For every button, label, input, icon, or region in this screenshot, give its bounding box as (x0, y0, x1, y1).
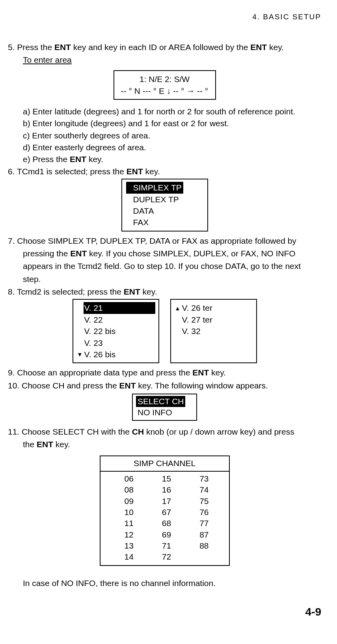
substep-e: e) Press the ENT key. (23, 154, 321, 165)
step-9: 9. Choose an appropriate data type and p… (8, 367, 321, 378)
channel-value: 13 (120, 540, 133, 551)
channel-value: 72 (158, 551, 171, 562)
channel-value: 06 (120, 473, 133, 484)
ent-key: ENT (119, 381, 136, 390)
substep-d: d) Enter easterly degrees of area. (23, 142, 321, 153)
menu-row: V. 23 (76, 337, 155, 349)
channel-column-2: 15 16 17 67 68 69 71 72 (158, 473, 171, 563)
channel-value: 69 (158, 529, 171, 540)
to-enter-area: To enter area (8, 54, 321, 65)
channel-value: 15 (158, 473, 171, 484)
substep-c: c) Enter southerly degrees of area. (23, 130, 321, 141)
substep-a: a) Enter latitude (degrees) and 1 for no… (23, 106, 321, 117)
menu-label: SELECT CH (136, 396, 185, 407)
text: key. (209, 368, 226, 377)
ent-key: ENT (54, 43, 71, 52)
menu-item-data: DATA (126, 205, 203, 217)
menu-item-no-info: NO INFO (136, 407, 193, 418)
ent-key: ENT (124, 287, 140, 296)
menu-label: V. 26 bis (84, 349, 155, 360)
channel-value: 12 (120, 529, 133, 540)
menu-row (174, 349, 253, 360)
text: key. (267, 43, 284, 52)
channel-value: 77 (195, 518, 209, 529)
no-info-note: In case of NO INFO, there is no channel … (8, 578, 321, 589)
text: knob (or up / down arrow key) and press (144, 427, 294, 436)
menu-row: V. 32 (174, 325, 253, 337)
table-title: SIMP CHANNEL (101, 456, 229, 471)
menu-row (174, 337, 253, 349)
step-7-line2: pressing the ENT key. If you chose SIMPL… (8, 248, 321, 259)
menu-label: V. 32 (181, 325, 253, 337)
channel-value: 10 (120, 507, 133, 518)
channel-column-1: 06 08 09 10 11 12 13 14 (120, 473, 133, 563)
select-ch-menu: SELECT CH NO INFO (132, 394, 197, 421)
channel-value: 08 (120, 484, 133, 495)
menu-label (181, 337, 253, 349)
channel-value: 76 (195, 507, 209, 518)
channel-value: 74 (195, 484, 209, 495)
channel-value: 75 (195, 496, 209, 507)
channel-value: 09 (120, 496, 133, 507)
channel-value: 14 (120, 551, 133, 562)
menu-label: V. 27 ter (181, 314, 253, 325)
channel-value: 68 (158, 518, 171, 529)
text: key and key in each ID or AREA followed … (71, 43, 250, 52)
area-input-display: 1: N/E 2: S/W -- ° N --- ° E ↓ -- ° → --… (114, 70, 216, 100)
ent-key: ENT (192, 368, 209, 377)
menu-item-duplex: DUPLEX TP (126, 194, 203, 205)
channel-value: 11 (120, 518, 133, 529)
tcmd2-menu-left: V. 21 V. 22 V. 22 bis V. 23 ▼V. 26 bis (73, 299, 159, 363)
substep-b: b) Enter longitude (degrees) and 1 for e… (23, 118, 321, 129)
substeps-list: a) Enter latitude (degrees) and 1 for no… (8, 106, 321, 165)
text: key. (143, 167, 160, 176)
step-7-line3: appears in the Tcmd2 field. Go to step 1… (8, 261, 321, 272)
menu-label: SIMPLEX TP (126, 182, 183, 193)
text: To enter area (23, 55, 72, 64)
menu-row: V. 22 bis (76, 325, 155, 337)
menu-row: V. 22 (76, 314, 155, 325)
step-7-line4: step. (8, 274, 321, 285)
chapter-header: 4. BASIC SETUP (8, 12, 321, 22)
text: e) Press the (23, 155, 70, 164)
step-7-line1: 7. Choose SIMPLEX TP, DUPLEX TP, DATA or… (8, 235, 321, 246)
step-11-line1: 11. Choose SELECT CH with the CH knob (o… (8, 426, 321, 437)
page-number: 4-9 (8, 605, 321, 620)
text: key. The following window appears. (136, 381, 268, 390)
channel-column-3: 73 74 75 76 77 87 88 (195, 473, 209, 563)
text: key. (140, 287, 157, 296)
display-line-1: 1: N/E 2: S/W (119, 73, 210, 85)
channel-value: 87 (195, 529, 209, 540)
text: key. (86, 155, 103, 164)
step-6: 6. TCmd1 is selected; press the ENT key. (8, 166, 321, 177)
text: pressing the (23, 249, 70, 258)
menu-item-simplex: SIMPLEX TP (126, 182, 203, 193)
menu-label (181, 349, 253, 360)
menu-label: V. 21 (84, 302, 155, 314)
step-10: 10. Choose CH and press the ENT key. The… (8, 380, 321, 391)
text: the (23, 440, 37, 449)
simp-channel-table: SIMP CHANNEL 06 08 09 10 11 12 13 14 15 … (100, 455, 230, 566)
text: 10. Choose CH and press the (8, 381, 119, 390)
channel-value: 67 (158, 507, 171, 518)
channel-value: 17 (158, 496, 171, 507)
step-8: 8. Tcmd2 is selected; press the ENT key. (8, 286, 321, 297)
text: 5. Press the (8, 43, 54, 52)
ch-knob: CH (132, 427, 144, 436)
tcmd2-menus: V. 21 V. 22 V. 22 bis V. 23 ▼V. 26 bis ▲… (8, 299, 321, 363)
menu-row: ▼V. 26 bis (76, 349, 155, 360)
ent-key: ENT (70, 249, 87, 258)
text: 6. TCmd1 is selected; press the (8, 167, 127, 176)
text: 8. Tcmd2 is selected; press the (8, 287, 124, 296)
down-arrow-icon: ▼ (76, 350, 84, 358)
step-5: 5. Press the ENT key and key in each ID … (8, 42, 321, 53)
menu-row: V. 27 ter (174, 314, 253, 325)
ent-key: ENT (250, 43, 267, 52)
tcmd2-menu-right: ▲V. 26 ter V. 27 ter V. 32 (170, 299, 257, 363)
channel-value: 16 (158, 484, 171, 495)
text: 11. Choose SELECT CH with the (8, 427, 132, 436)
step-11-line2: the ENT key. (8, 439, 321, 450)
ent-key: ENT (127, 167, 143, 176)
tcmd1-menu: SIMPLEX TP DUPLEX TP DATA FAX (121, 179, 208, 231)
menu-label: V. 22 bis (84, 325, 155, 337)
